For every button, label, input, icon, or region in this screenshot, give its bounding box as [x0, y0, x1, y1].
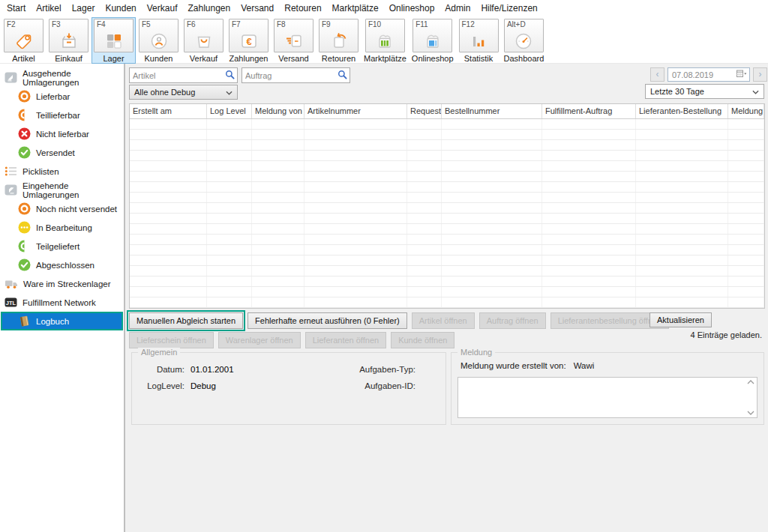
table-cell [636, 266, 728, 276]
toolbar-button-label: Retouren [322, 54, 356, 63]
menu-item-hilfe-lizenzen[interactable]: Hilfe/Lizenzen [476, 1, 542, 16]
toolbar-button-onlineshop[interactable]: F11Onlineshop [410, 17, 456, 64]
table-cell [636, 130, 728, 139]
table-cell [728, 297, 764, 307]
table-cell [728, 266, 764, 276]
table-cell [442, 119, 542, 129]
toolbar-button-lager[interactable]: F4Lager [92, 17, 136, 64]
artikel-search-input[interactable] [130, 71, 225, 80]
table-cell [636, 297, 728, 307]
message-textarea[interactable] [458, 377, 758, 418]
sidebar-item-ausgehende-umlagerungen[interactable]: Ausgehende Umlagerungen [0, 68, 124, 87]
column-header-fulfillment-auftrag[interactable]: Fulfillment-Auftrag [542, 104, 636, 118]
sidebar-item-ware-im-streckenlager[interactable]: Ware im Streckenlager [0, 274, 124, 293]
calendar-icon[interactable] [736, 70, 747, 79]
column-header-artikelnummer[interactable]: Artikelnummer [304, 104, 407, 118]
fehlerhafte-erneut-ausfuehren-0-fehler-button[interactable]: Fehlerhafte erneut ausführen (0 Fehler) [248, 312, 407, 329]
scroll-down-icon[interactable] [747, 411, 754, 415]
column-header-bestellnummer[interactable]: Bestellnummer [442, 104, 542, 118]
toolbar-box-artikel: F2 [4, 19, 44, 52]
toolbar-button-dashboard[interactable]: Alt+DDashboard [502, 17, 547, 64]
sidebar-item-eingehende-umlagerungen[interactable]: Eingehende Umlagerungen [0, 181, 124, 199]
toolbar-button-marktplaetze[interactable]: F10Marktplätze [362, 17, 409, 64]
table-cell [636, 256, 728, 265]
chevron-down-icon [752, 87, 759, 96]
sidebar-item-label: Noch nicht versendet [36, 205, 117, 214]
toolbar-button-kunden[interactable]: F5Kunden [136, 17, 181, 64]
toolbar-box-lager: F4 [94, 19, 134, 52]
menubar: StartArtikelLagerKundenVerkaufZahlungenV… [0, 0, 768, 16]
log-level-filter-dropdown[interactable]: Alle ohne Debug [129, 85, 238, 100]
menu-item-zahlungen[interactable]: Zahlungen [182, 1, 236, 16]
table-cell [207, 140, 252, 150]
menu-item-start[interactable]: Start [2, 1, 31, 16]
auftrag-search-field[interactable] [242, 67, 350, 83]
toolbar-button-label: Zahlungen [230, 54, 268, 63]
menu-item-admin[interactable]: Admin [440, 1, 476, 16]
sidebar-item-teilgeliefert[interactable]: Teilgeliefert [0, 237, 124, 256]
menu-item-artikel[interactable]: Artikel [31, 1, 66, 16]
table-cell [207, 182, 252, 192]
sidebar-item-picklisten[interactable]: Picklisten [0, 162, 124, 181]
table-cell [542, 276, 636, 286]
toolbar-button-statistik[interactable]: F12Statistik [457, 17, 501, 64]
column-header-erstellt-am[interactable]: Erstellt am [130, 104, 207, 118]
aktualisieren-button[interactable]: Aktualisieren [650, 312, 712, 327]
shortcut-key-label: F5 [142, 20, 151, 28]
log-table-body[interactable] [130, 119, 764, 308]
table-cell [442, 287, 542, 297]
artikel-search-field[interactable] [129, 67, 238, 83]
statistics-bars-icon [469, 31, 489, 51]
menu-item-marktplaetze[interactable]: Marktplätze [327, 1, 384, 16]
sidebar-item-logbuch[interactable]: Logbuch [1, 312, 123, 330]
scroll-up-icon[interactable] [747, 380, 754, 384]
menu-item-onlineshop[interactable]: Onlineshop [384, 1, 440, 16]
sidebar-item-abgeschlossen[interactable]: Abgeschlossen [0, 256, 124, 274]
log-table-header: Erstellt amLog LevelMeldung vonArtikelnu… [130, 104, 764, 119]
sidebar-item-in-bearbeitung[interactable]: In Bearbeitung [0, 218, 124, 237]
table-cell [207, 245, 252, 255]
table-cell [542, 130, 636, 139]
sidebar-item-nicht-lieferbar[interactable]: Nicht lieferbar [0, 124, 124, 143]
sidebar-item-fulfillment-network[interactable]: JTLFulfillment Network [0, 293, 124, 312]
status-partially-deliverable-icon [18, 109, 31, 121]
picklists-icon [4, 165, 17, 178]
table-cell [207, 161, 252, 171]
toolbar-button-einkauf[interactable]: F3Einkauf [46, 17, 91, 64]
toolbar-button-zahlungen[interactable]: F7€Zahlungen [226, 17, 271, 64]
menu-item-kunden[interactable]: Kunden [100, 1, 141, 16]
date-prev-button[interactable]: ‹ [650, 67, 664, 82]
toolbar-button-verkauf[interactable]: F6Verkauf [182, 17, 226, 64]
sidebar-item-noch-nicht-versendet[interactable]: Noch nicht versendet [0, 199, 124, 218]
column-header-lieferanten-bestellung[interactable]: Lieferanten-Bestellung [636, 104, 728, 118]
menu-item-lager[interactable]: Lager [67, 1, 100, 16]
sidebar-item-versendet[interactable]: Versendet [0, 143, 124, 162]
sidebar-item-lieferbar[interactable]: Lieferbar [0, 87, 124, 106]
manuellen-abgleich-starten-button[interactable]: Manuellen Abgleich starten [129, 312, 243, 329]
table-cell [636, 214, 728, 223]
toolbar-button-label: Artikel [12, 54, 35, 63]
table-cell [442, 214, 542, 223]
table-cell [130, 256, 207, 265]
column-header-meldung-von[interactable]: Meldung von [252, 104, 304, 118]
date-range-dropdown[interactable]: Letzte 30 Tage [645, 84, 764, 99]
svg-text:€: € [246, 36, 251, 47]
table-row [130, 256, 764, 266]
toolbar-button-versand[interactable]: F8Versand [272, 17, 316, 64]
column-header-request[interactable]: Request... [407, 104, 442, 118]
toolbar-button-artikel[interactable]: F2Artikel [2, 17, 46, 64]
menu-item-versand[interactable]: Versand [236, 1, 279, 16]
sidebar-item-teillieferbar[interactable]: Teillieferbar [0, 106, 124, 124]
status-completed-icon [18, 259, 31, 271]
auftrag-oeffnen-button: Auftrag öffnen [479, 312, 546, 329]
table-cell [304, 214, 407, 223]
auftrag-search-input[interactable] [242, 71, 338, 80]
menu-item-verkauf[interactable]: Verkauf [142, 1, 183, 16]
column-header-meldung[interactable]: Meldung [728, 104, 764, 118]
date-next-button[interactable]: › [753, 67, 767, 82]
date-input[interactable]: 07.08.2019 [668, 67, 750, 82]
menu-item-retouren[interactable]: Retouren [279, 1, 326, 16]
toolbar-button-retouren[interactable]: F9Retouren [316, 17, 361, 64]
column-header-log-level[interactable]: Log Level [207, 104, 252, 118]
table-cell [207, 276, 252, 286]
